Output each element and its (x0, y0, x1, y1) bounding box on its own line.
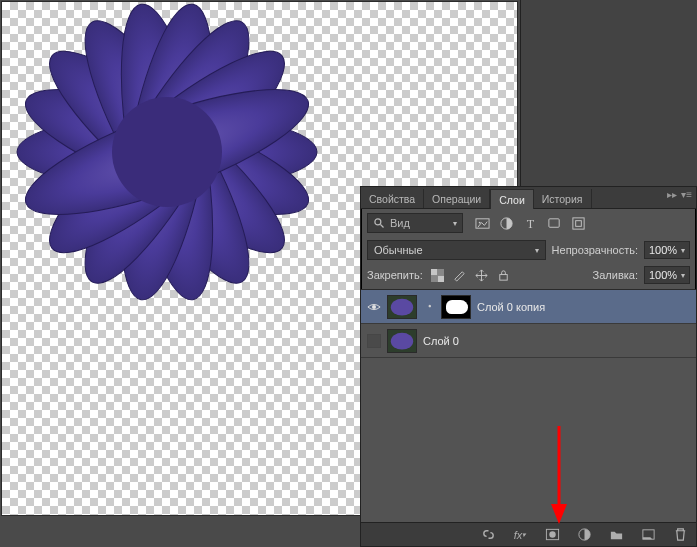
tab-actions[interactable]: Операции (424, 189, 490, 208)
svg-rect-16 (548, 218, 558, 226)
layer-filter-label: Вид (390, 217, 410, 229)
panel-collapse-icon[interactable]: ▸▸ (667, 189, 677, 200)
svg-point-26 (391, 298, 413, 315)
blend-mode-dropdown[interactable]: Обычные ▾ (367, 240, 546, 260)
svg-rect-23 (500, 274, 507, 280)
fill-label: Заливка: (593, 269, 638, 281)
svg-point-30 (549, 531, 555, 537)
layers-list: ⦁ Слой 0 копия Слой 0 (361, 289, 696, 522)
layer-thumbnail[interactable] (387, 295, 417, 319)
stepper-arrow-icon: ▾ (681, 246, 685, 255)
lock-pixels-icon[interactable] (453, 268, 467, 282)
lock-label: Закрепить: (367, 269, 423, 281)
layer-thumbnail[interactable] (387, 329, 417, 353)
visibility-toggle-empty[interactable] (367, 334, 381, 348)
blend-opacity-row: Обычные ▾ Непрозрачность: 100% ▾ (361, 237, 696, 263)
add-mask-icon[interactable] (544, 527, 560, 543)
mask-link-icon[interactable]: ⦁ (423, 301, 435, 312)
filter-pixel-icon[interactable] (474, 215, 490, 231)
visibility-eye-icon[interactable] (367, 300, 381, 314)
svg-rect-19 (431, 269, 438, 276)
layer-row[interactable]: Слой 0 (361, 324, 696, 358)
lock-row: Закрепить: Заливка: 100% ▾ (361, 263, 696, 289)
svg-rect-20 (438, 275, 445, 282)
panel-tabs: Свойства Операции Слои История ▸▸ ▾≡ (361, 187, 696, 209)
svg-point-10 (375, 219, 381, 225)
stepper-arrow-icon: ▾ (681, 271, 685, 280)
layer-row[interactable]: ⦁ Слой 0 копия (361, 290, 696, 324)
opacity-field[interactable]: 100% ▾ (644, 241, 690, 259)
dropdown-arrow-icon: ▾ (535, 246, 539, 255)
svg-point-13 (478, 221, 480, 223)
flower-image (2, 2, 392, 332)
tab-properties[interactable]: Свойства (361, 189, 424, 208)
link-layers-icon[interactable] (480, 527, 496, 543)
opacity-label: Непрозрачность: (552, 244, 638, 256)
filter-shape-icon[interactable] (546, 215, 562, 231)
layer-mask-thumbnail[interactable] (441, 295, 471, 319)
layer-name[interactable]: Слой 0 (423, 335, 459, 347)
layer-fx-icon[interactable]: fx▾ (512, 527, 528, 543)
lock-position-icon[interactable] (475, 268, 489, 282)
lock-all-icon[interactable] (497, 268, 511, 282)
svg-point-28 (391, 332, 413, 349)
svg-point-24 (372, 304, 376, 308)
svg-rect-18 (575, 220, 581, 226)
new-group-icon[interactable] (608, 527, 624, 543)
svg-text:T: T (526, 217, 534, 231)
filter-type-icon[interactable]: T (522, 215, 538, 231)
filter-adjust-icon[interactable] (498, 215, 514, 231)
svg-rect-21 (438, 269, 445, 276)
layer-name[interactable]: Слой 0 копия (477, 301, 545, 313)
layer-filter-dropdown[interactable]: Вид ▾ (367, 213, 463, 233)
tab-history[interactable]: История (534, 189, 592, 208)
new-layer-icon[interactable] (640, 527, 656, 543)
delete-layer-icon[interactable] (672, 527, 688, 543)
layer-filter-row: Вид ▾ T (361, 209, 696, 237)
svg-rect-22 (431, 275, 438, 282)
fill-value: 100% (649, 269, 677, 281)
svg-line-11 (381, 225, 384, 228)
dropdown-arrow-icon: ▾ (453, 219, 457, 228)
layers-footer: fx▾ (361, 522, 696, 546)
svg-point-9 (112, 97, 222, 207)
new-adjustment-icon[interactable] (576, 527, 592, 543)
opacity-value: 100% (649, 244, 677, 256)
layers-panel: Свойства Операции Слои История ▸▸ ▾≡ Вид… (360, 186, 697, 547)
lock-transparency-icon[interactable] (431, 268, 445, 282)
search-icon (373, 217, 385, 229)
fill-field[interactable]: 100% ▾ (644, 266, 690, 284)
blend-mode-value: Обычные (374, 244, 423, 256)
tab-layers[interactable]: Слои (490, 189, 534, 209)
panel-menu-icon[interactable]: ▾≡ (681, 189, 692, 200)
svg-rect-17 (572, 217, 583, 228)
right-gutter (520, 0, 697, 186)
filter-smart-icon[interactable] (570, 215, 586, 231)
